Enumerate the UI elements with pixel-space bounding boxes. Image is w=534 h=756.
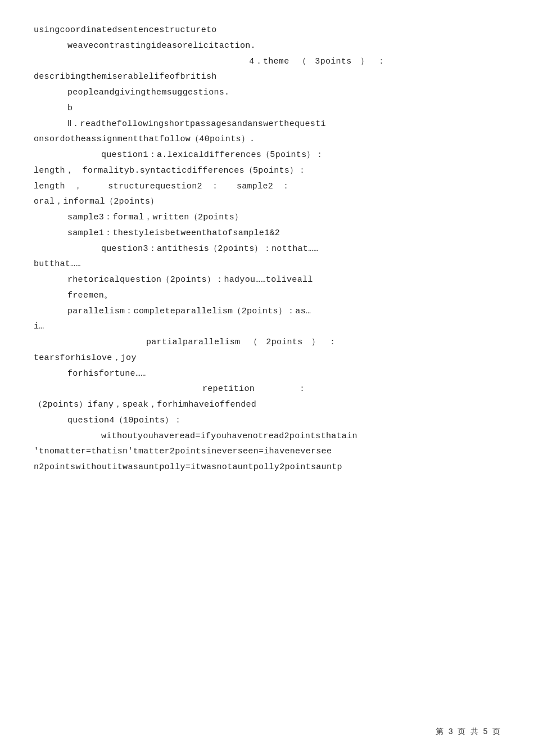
line-28: 'tnomatter=thatisn'tmatter2pointsinevers… (34, 444, 500, 460)
line-9: question1：a.lexicaldifferences（5points）： (34, 147, 500, 163)
line-2: weavecontrastingideasorelicitaction. (34, 38, 500, 54)
line-1: usingcoordinatedsentencestructureto (34, 22, 500, 38)
line-26: question4（10points）： (34, 413, 500, 429)
line-27: withoutyouhaveread=ifyouhavenotread2poin… (34, 429, 500, 444)
line-25: （2points）ifany，speak，forhimhaveioffended (34, 397, 500, 413)
line-8: onsordotheassignmentthatfollow（40points）… (34, 132, 500, 147)
line-20: i… (34, 319, 500, 335)
line-15: question3：antithesis（2points）：notthat…… (34, 241, 500, 257)
line-3: 4．theme （ 3points ） ： (34, 54, 500, 70)
line-11: length ， structurequestion2 ： sample2 ： (34, 179, 500, 195)
line-7: Ⅱ．readthefollowingshortpassagesandanswer… (34, 116, 500, 132)
line-16: butthat…… (34, 256, 500, 272)
line-4: describingthemiserablelifeofbritish (34, 69, 500, 85)
line-21: partialparallelism （ 2points ） ： (34, 335, 500, 350)
line-6: b (34, 101, 500, 116)
line-29: n2pointswithoutitwasauntpolly=itwasnotau… (34, 460, 500, 475)
line-18: freemen。 (34, 288, 500, 304)
line-12: oral，informal（2points） (34, 194, 500, 210)
line-10: length， formalityb.syntacticdifferences（… (34, 163, 500, 179)
line-24: repetition ： (34, 381, 500, 397)
line-17: rhetoricalquestion（2points）：hadyou……toli… (34, 272, 500, 288)
line-23: forhisfortune…… (34, 366, 500, 382)
main-content: usingcoordinatedsentencestructureto weav… (34, 22, 500, 475)
page-footer: 第 3 页 共 5 页 (436, 725, 500, 739)
line-19: parallelism：completeparallelism（2points）… (34, 304, 500, 320)
line-5: peopleandgivingthemsuggestions. (34, 85, 500, 101)
line-22: tearsforhislove，joy (34, 350, 500, 366)
line-13: sample3：formal，written（2points） (34, 210, 500, 226)
line-14: sample1：thestyleisbetweenthatofsample1&2 (34, 226, 500, 241)
